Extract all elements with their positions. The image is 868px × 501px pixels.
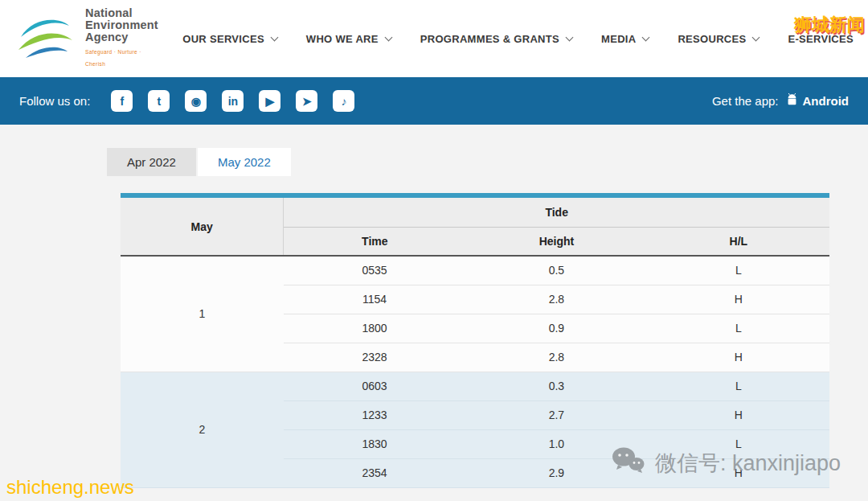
nea-logo-text: National Environment Agency Safeguard · … [85, 7, 158, 70]
cell-height: 2.7 [465, 400, 647, 429]
nav-item-media[interactable]: MEDIA [601, 33, 649, 45]
cell-time: 1154 [284, 285, 465, 314]
nea-logo-icon [14, 13, 77, 64]
time-column-header: Time [284, 227, 465, 256]
social-icon-row: ft◉in▶➤♪ [111, 90, 354, 112]
get-app-label: Get the app: [712, 94, 779, 108]
android-label: Android [803, 94, 850, 108]
cell-time: 2354 [284, 458, 465, 487]
android-icon [786, 93, 798, 109]
chevron-down-icon [752, 33, 760, 41]
site-header: National Environment Agency Safeguard · … [0, 0, 868, 77]
nav-item-label: PROGRAMMES & GRANTS [420, 33, 559, 45]
wechat-watermark: 微信号: kanxinjiapo [610, 446, 841, 480]
nea-logo[interactable]: National Environment Agency Safeguard · … [14, 7, 158, 70]
cell-hl: H [648, 400, 829, 429]
watermark-top-right: 狮城新闻 [794, 13, 865, 37]
cell-height: 2.8 [465, 343, 647, 372]
cell-time: 0603 [284, 372, 465, 400]
height-column-header: Height [465, 227, 647, 256]
facebook-icon[interactable]: f [111, 90, 133, 112]
social-bar: Follow us on: ft◉in▶➤♪ Get the app: Andr… [0, 77, 868, 125]
main-content: Apr 2022 May 2022 May Tide Time Height H… [0, 125, 868, 501]
twitter-icon[interactable]: t [148, 90, 170, 112]
logo-line-1: National [85, 7, 158, 19]
day-cell: 2 [121, 372, 284, 487]
wechat-icon [610, 446, 645, 480]
wechat-label: 微信号: kanxinjiapo [655, 449, 841, 478]
instagram-icon[interactable]: ◉ [185, 90, 207, 112]
youtube-icon[interactable]: ▶ [259, 90, 280, 112]
chevron-down-icon [566, 33, 574, 41]
chevron-down-icon [384, 33, 392, 41]
telegram-icon[interactable]: ➤ [296, 90, 317, 112]
tide-row: 206030.3L [121, 372, 829, 400]
nav-item-label: WHO WE ARE [306, 33, 379, 45]
tab-may-2022[interactable]: May 2022 [198, 148, 291, 176]
tide-column-header: Tide [284, 198, 829, 227]
hl-column-header: H/L [648, 227, 829, 256]
chevron-down-icon [642, 33, 650, 41]
cell-hl: H [648, 285, 829, 314]
day-cell: 1 [121, 256, 284, 372]
tide-table-container: May Tide Time Height H/L 105350.5L11542.… [121, 193, 829, 488]
cell-hl: H [648, 343, 829, 372]
cell-height: 0.5 [465, 256, 647, 285]
nav-item-who-we-are[interactable]: WHO WE ARE [306, 33, 391, 45]
nav-item-label: RESOURCES [678, 33, 746, 45]
logo-line-3: Agency [85, 31, 158, 43]
nav-item-label: MEDIA [601, 33, 636, 45]
cell-time: 1830 [284, 429, 465, 458]
main-nav: OUR SERVICESWHO WE AREPROGRAMMES & GRANT… [182, 33, 854, 45]
logo-line-2: Environment [85, 19, 158, 31]
cell-height: 0.3 [465, 372, 647, 400]
tide-table: May Tide Time Height H/L 105350.5L11542.… [121, 198, 829, 488]
follow-us-label: Follow us on: [19, 94, 90, 108]
linkedin-icon[interactable]: in [222, 90, 244, 112]
nav-item-resources[interactable]: RESOURCES [678, 33, 759, 45]
cell-time: 0535 [284, 256, 465, 285]
month-column-header: May [121, 198, 284, 256]
logo-tagline: Safeguard · Nurture · Cherish [85, 46, 158, 70]
nav-item-our-services[interactable]: OUR SERVICES [182, 33, 277, 45]
nav-item-programmes-grants[interactable]: PROGRAMMES & GRANTS [420, 33, 572, 45]
cell-time: 2328 [284, 343, 465, 372]
page: National Environment Agency Safeguard · … [0, 0, 868, 501]
android-app-link[interactable]: Android [786, 93, 850, 109]
cell-time: 1800 [284, 314, 465, 343]
month-tabs: Apr 2022 May 2022 [0, 125, 868, 176]
tiktok-icon[interactable]: ♪ [333, 90, 354, 112]
tide-table-head: May Tide Time Height H/L [121, 198, 829, 256]
cell-time: 1233 [284, 400, 465, 429]
chevron-down-icon [270, 33, 278, 41]
cell-hl: L [648, 372, 829, 400]
nav-item-label: OUR SERVICES [182, 33, 264, 45]
get-the-app: Get the app: Android [712, 93, 849, 109]
cell-hl: L [648, 314, 829, 343]
tab-apr-2022[interactable]: Apr 2022 [107, 148, 196, 176]
cell-height: 0.9 [465, 314, 647, 343]
watermark-bottom-left: shicheng.news [6, 476, 134, 499]
cell-height: 2.8 [465, 285, 647, 314]
tide-row: 105350.5L [121, 256, 829, 285]
cell-hl: L [648, 256, 829, 285]
